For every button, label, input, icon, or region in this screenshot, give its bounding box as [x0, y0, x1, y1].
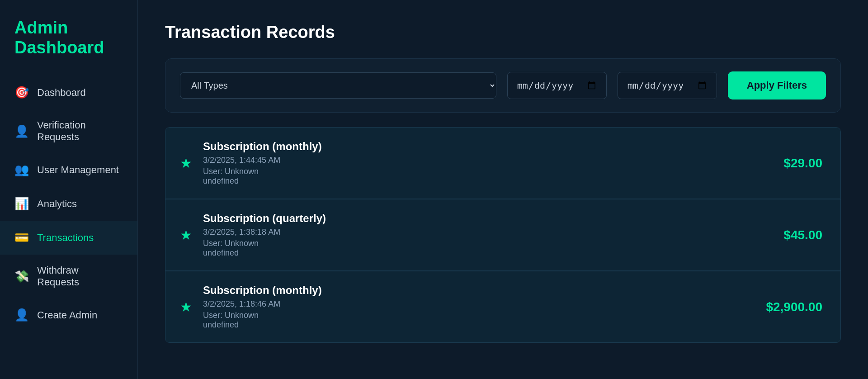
transaction-item: ★Subscription (monthly)3/2/2025, 1:18:46…: [165, 271, 841, 343]
date-from-input[interactable]: [507, 72, 607, 99]
star-icon: ★: [180, 227, 192, 243]
sidebar-nav: 🎯Dashboard👤Verification Requests👥User Ma…: [0, 76, 137, 332]
transaction-user: User: Unknown: [203, 311, 755, 320]
date-to-input[interactable]: [618, 72, 717, 99]
page-title: Transaction Records: [165, 23, 841, 42]
transaction-name: Subscription (quarterly): [203, 212, 773, 225]
sidebar: Admin Dashboard 🎯Dashboard👤Verification …: [0, 0, 138, 379]
user-management-icon: 👥: [14, 163, 29, 177]
star-icon: ★: [180, 299, 192, 315]
sidebar-item-label-dashboard: Dashboard: [37, 87, 86, 99]
transaction-date: 3/2/2025, 1:18:46 AM: [203, 299, 755, 309]
verification-requests-icon: 👤: [14, 124, 29, 138]
transaction-amount: $29.00: [783, 156, 822, 171]
transaction-extra: undefined: [203, 320, 755, 330]
transaction-amount: $2,900.00: [766, 300, 822, 314]
sidebar-item-analytics[interactable]: 📊Analytics: [0, 187, 137, 221]
transaction-item: ★Subscription (monthly)3/2/2025, 1:44:45…: [165, 127, 841, 199]
withdraw-requests-icon: 💸: [14, 270, 29, 284]
transaction-extra: undefined: [203, 176, 773, 186]
dashboard-icon: 🎯: [14, 85, 29, 99]
sidebar-item-transactions[interactable]: 💳Transactions: [0, 221, 137, 255]
apply-filters-button[interactable]: Apply Filters: [728, 71, 826, 99]
sidebar-item-verification-requests[interactable]: 👤Verification Requests: [0, 109, 137, 153]
star-icon: ★: [180, 155, 192, 171]
main-content: Transaction Records All TypesSubscriptio…: [138, 0, 868, 379]
transaction-info: Subscription (quarterly)3/2/2025, 1:38:1…: [203, 212, 773, 258]
sidebar-item-dashboard[interactable]: 🎯Dashboard: [0, 76, 137, 109]
transactions-icon: 💳: [14, 231, 29, 245]
sidebar-item-label-withdraw-requests: Withdraw Requests: [37, 265, 123, 288]
sidebar-item-create-admin[interactable]: 👤Create Admin: [0, 298, 137, 332]
transaction-date: 3/2/2025, 1:44:45 AM: [203, 156, 773, 165]
sidebar-item-label-transactions: Transactions: [37, 232, 94, 244]
sidebar-item-label-analytics: Analytics: [37, 198, 77, 210]
type-filter-select[interactable]: All TypesSubscriptionDepositWithdrawal: [180, 72, 496, 99]
logo-line2: Dashboard: [14, 38, 104, 57]
sidebar-logo: Admin Dashboard: [0, 18, 137, 76]
sidebar-item-label-user-management: User Management: [37, 164, 119, 176]
create-admin-icon: 👤: [14, 308, 29, 322]
sidebar-item-withdraw-requests[interactable]: 💸Withdraw Requests: [0, 255, 137, 298]
transaction-date: 3/2/2025, 1:38:18 AM: [203, 227, 773, 237]
transaction-amount: $45.00: [783, 228, 822, 242]
sidebar-item-label-create-admin: Create Admin: [37, 309, 97, 321]
transaction-info: Subscription (monthly)3/2/2025, 1:44:45 …: [203, 140, 773, 186]
sidebar-item-user-management[interactable]: 👥User Management: [0, 153, 137, 187]
logo-line1: Admin: [14, 18, 68, 37]
analytics-icon: 📊: [14, 197, 29, 211]
transaction-extra: undefined: [203, 248, 773, 258]
transaction-user: User: Unknown: [203, 239, 773, 248]
transaction-item: ★Subscription (quarterly)3/2/2025, 1:38:…: [165, 199, 841, 271]
transaction-name: Subscription (monthly): [203, 284, 755, 297]
transaction-name: Subscription (monthly): [203, 140, 773, 153]
transaction-user: User: Unknown: [203, 167, 773, 176]
transaction-info: Subscription (monthly)3/2/2025, 1:18:46 …: [203, 284, 755, 330]
transaction-list: ★Subscription (monthly)3/2/2025, 1:44:45…: [165, 127, 841, 361]
sidebar-item-label-verification-requests: Verification Requests: [37, 119, 123, 143]
filter-bar: All TypesSubscriptionDepositWithdrawal A…: [165, 58, 841, 113]
